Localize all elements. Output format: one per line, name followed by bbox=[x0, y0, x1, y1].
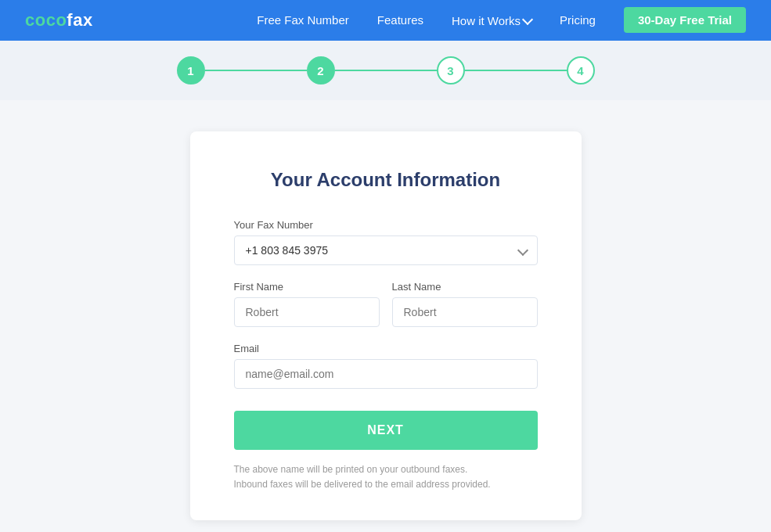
last-name-label: Last Name bbox=[392, 281, 538, 293]
nav-link-how-it-works[interactable]: How it Works bbox=[452, 14, 531, 27]
first-name-field: First Name bbox=[234, 281, 380, 327]
fax-number-select-wrapper: +1 803 845 3975 bbox=[234, 235, 538, 265]
fax-number-field: Your Fax Number +1 803 845 3975 bbox=[234, 219, 538, 265]
last-name-field: Last Name bbox=[392, 281, 538, 327]
step-3[interactable]: 3 bbox=[437, 56, 465, 84]
logo-suffix: fax bbox=[67, 10, 92, 30]
logo-prefix: coco bbox=[25, 10, 67, 30]
fax-number-label: Your Fax Number bbox=[234, 219, 538, 231]
email-field: Email bbox=[234, 343, 538, 389]
step-line-3-4 bbox=[465, 70, 567, 71]
nav-link-pricing[interactable]: Pricing bbox=[560, 13, 596, 27]
main-content: Your Account Information Your Fax Number… bbox=[0, 100, 771, 532]
name-row: First Name Last Name bbox=[234, 281, 538, 327]
step-2[interactable]: 2 bbox=[307, 56, 335, 84]
form-note: The above name will be printed on your o… bbox=[234, 462, 538, 492]
next-button[interactable]: NEXT bbox=[234, 411, 538, 450]
form-card: Your Account Information Your Fax Number… bbox=[190, 131, 582, 520]
step-1[interactable]: 1 bbox=[177, 56, 205, 84]
last-name-input[interactable] bbox=[392, 297, 538, 327]
logo[interactable]: cocofax bbox=[25, 10, 93, 31]
navbar: cocofax Free Fax Number Features How it … bbox=[0, 0, 771, 41]
step-line-2-3 bbox=[335, 70, 437, 71]
chevron-down-icon bbox=[522, 13, 533, 24]
fax-number-select[interactable]: +1 803 845 3975 bbox=[234, 235, 538, 265]
email-input[interactable] bbox=[234, 359, 538, 389]
step-4[interactable]: 4 bbox=[567, 56, 595, 84]
first-name-input[interactable] bbox=[234, 297, 380, 327]
email-label: Email bbox=[234, 343, 538, 354]
trial-button[interactable]: 30-Day Free Trial bbox=[624, 7, 746, 33]
nav-link-features[interactable]: Features bbox=[377, 13, 423, 27]
first-name-label: First Name bbox=[234, 281, 380, 293]
step-line-1-2 bbox=[205, 70, 307, 71]
stepper-bar: 1 2 3 4 bbox=[0, 41, 771, 100]
nav-link-free-fax-number[interactable]: Free Fax Number bbox=[257, 13, 349, 27]
stepper: 1 2 3 4 bbox=[177, 56, 595, 84]
form-title: Your Account Information bbox=[234, 169, 538, 191]
